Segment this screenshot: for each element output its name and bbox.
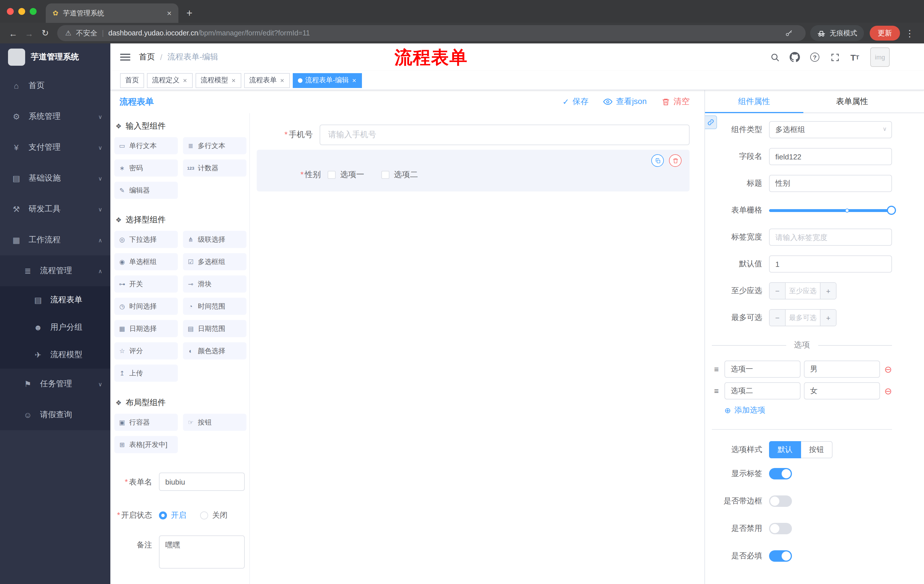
clear-button[interactable]: 清空 (662, 97, 690, 107)
tab-component-props[interactable]: 组件属性 (705, 90, 803, 113)
browser-tab[interactable]: ✿ 芋道管理系统 × (46, 3, 178, 23)
option-2-label-input[interactable] (724, 382, 800, 400)
tag-process-model[interactable]: 流程模型 × (196, 73, 241, 88)
component-time-picker[interactable]: ◷时间选择 (114, 298, 178, 315)
sidebar-item-infra[interactable]: ▤ 基础设施 ∨ (0, 163, 111, 194)
phone-input[interactable]: 请输入手机号 (320, 125, 690, 145)
grid-slider[interactable] (769, 202, 892, 219)
option-1-label-input[interactable] (724, 360, 800, 378)
component-select[interactable]: ◎下拉选择 (114, 231, 178, 248)
component-color-picker[interactable]: ◐颜色选择 (183, 342, 246, 359)
breadcrumb-home[interactable]: 首页 (139, 52, 155, 62)
drag-handle-icon[interactable]: ≡ (712, 386, 721, 395)
key-icon[interactable] (785, 29, 793, 37)
close-window-button[interactable] (7, 8, 14, 15)
component-time-range[interactable]: ◔时间范围 (183, 298, 246, 315)
sidebar-logo[interactable]: 芋道管理系统 (0, 43, 111, 70)
hamburger-icon[interactable] (120, 52, 130, 62)
address-bar[interactable]: ⚠ 不安全 | dashboard.yudao.iocoder.cn/bpm/m… (57, 25, 806, 41)
copy-widget-button[interactable] (651, 154, 664, 167)
required-toggle[interactable] (769, 550, 792, 562)
component-single-text[interactable]: ▭单行文本 (114, 137, 178, 154)
forward-icon[interactable]: → (22, 26, 36, 41)
sidebar-item-process-form[interactable]: ▤ 流程表单 (0, 286, 111, 314)
tag-process-form-edit[interactable]: 流程表单-编辑 × (293, 73, 362, 88)
status-on-radio[interactable]: 开启 (159, 510, 186, 521)
title-input[interactable] (769, 175, 892, 192)
label-width-input[interactable] (769, 229, 892, 246)
minus-button[interactable]: − (770, 283, 785, 299)
sidebar-item-process-mgmt[interactable]: ≣ 流程管理 ∧ (0, 255, 111, 286)
sidebar-item-workflow[interactable]: ▦ 工作流程 ∧ (0, 225, 111, 255)
component-switch[interactable]: ⊶开关 (114, 275, 178, 293)
tag-home[interactable]: 首页 (120, 73, 144, 88)
remove-option-icon[interactable]: ⊖ (884, 364, 892, 375)
component-rate[interactable]: ☆评分 (114, 342, 178, 359)
slider-handle[interactable] (887, 206, 896, 215)
component-editor[interactable]: ✎编辑器 (114, 182, 178, 199)
component-row-container[interactable]: ▣行容器 (114, 414, 178, 431)
close-icon[interactable]: × (351, 76, 357, 84)
border-toggle[interactable] (769, 495, 792, 507)
component-button[interactable]: ☞按钮 (183, 414, 246, 431)
form-remark-textarea[interactable]: 嘿嘿 (159, 535, 245, 569)
tab-close-icon[interactable]: × (165, 8, 174, 18)
max-select-input[interactable] (785, 310, 820, 326)
component-radio-group[interactable]: ◉单选框组 (114, 253, 178, 270)
link-icon[interactable] (705, 115, 717, 129)
default-value-input[interactable] (769, 255, 892, 273)
status-off-radio[interactable]: 关闭 (200, 510, 228, 521)
option-1-value-input[interactable] (804, 360, 880, 378)
plus-button[interactable]: + (820, 283, 836, 299)
remove-option-icon[interactable]: ⊖ (884, 385, 892, 396)
drag-handle-icon[interactable]: ≡ (712, 365, 721, 374)
fullscreen-icon[interactable] (828, 50, 842, 64)
browser-update-button[interactable]: 更新 (870, 26, 900, 41)
min-select-input[interactable] (785, 283, 820, 299)
style-default-button[interactable]: 默认 (769, 441, 801, 458)
component-password[interactable]: ∗密码 (114, 160, 178, 176)
form-name-input[interactable] (159, 472, 245, 491)
plus-button[interactable]: + (820, 310, 836, 326)
tag-process-definition[interactable]: 流程定义 × (147, 73, 193, 88)
component-counter[interactable]: 123计数器 (183, 160, 246, 176)
component-date-range[interactable]: ▤日期范围 (183, 320, 246, 337)
component-cascader[interactable]: ⋔级联选择 (183, 231, 246, 248)
component-slider[interactable]: ⊸滑块 (183, 275, 246, 293)
sidebar-item-task-mgmt[interactable]: ⚑ 任务管理 ∨ (0, 368, 111, 400)
minus-button[interactable]: − (770, 310, 785, 326)
browser-menu-icon[interactable]: ⋮ (901, 28, 918, 39)
field-name-input[interactable] (769, 148, 892, 165)
view-json-button[interactable]: 查看json (604, 97, 647, 107)
close-icon[interactable]: × (280, 76, 285, 84)
sidebar-item-user-group[interactable]: ☻ 用户分组 (0, 314, 111, 341)
show-label-toggle[interactable] (769, 468, 792, 479)
component-type-select[interactable] (769, 121, 892, 138)
close-icon[interactable]: × (182, 76, 188, 84)
maximize-window-button[interactable] (30, 8, 36, 15)
gender-option-1-checkbox[interactable]: 选项一 (328, 170, 364, 180)
sidebar-item-home[interactable]: ⌂ 首页 (0, 70, 111, 101)
disabled-toggle[interactable] (769, 523, 792, 534)
add-option-button[interactable]: ⊕ 添加选项 (724, 405, 892, 415)
back-icon[interactable]: ← (6, 26, 21, 41)
save-button[interactable]: ✓ 保存 (563, 97, 588, 107)
minimize-window-button[interactable] (18, 8, 25, 15)
style-button-button[interactable]: 按钮 (801, 441, 833, 458)
component-multi-text[interactable]: ≣多行文本 (183, 137, 246, 154)
sidebar-item-devtools[interactable]: ⚒ 研发工具 ∨ (0, 194, 111, 225)
option-2-value-input[interactable] (804, 382, 880, 400)
component-date-picker[interactable]: ▦日期选择 (114, 320, 178, 337)
sidebar-item-leave-query[interactable]: ☺ 请假查询 (0, 400, 111, 430)
sidebar-item-process-model[interactable]: ✈ 流程模型 (0, 341, 111, 368)
font-size-icon[interactable]: TT (848, 50, 862, 64)
new-tab-button[interactable]: + (178, 3, 200, 23)
delete-widget-button[interactable] (669, 154, 681, 167)
help-icon[interactable]: ? (808, 50, 822, 64)
sidebar-item-payment[interactable]: ¥ 支付管理 ∨ (0, 132, 111, 163)
close-icon[interactable]: × (231, 76, 236, 84)
gender-option-2-checkbox[interactable]: 选项二 (381, 170, 418, 180)
component-table[interactable]: ⊞表格[开发中] (114, 436, 178, 453)
component-checkbox-group[interactable]: ☑多选框组 (183, 253, 246, 270)
reload-icon[interactable]: ↻ (38, 26, 53, 41)
